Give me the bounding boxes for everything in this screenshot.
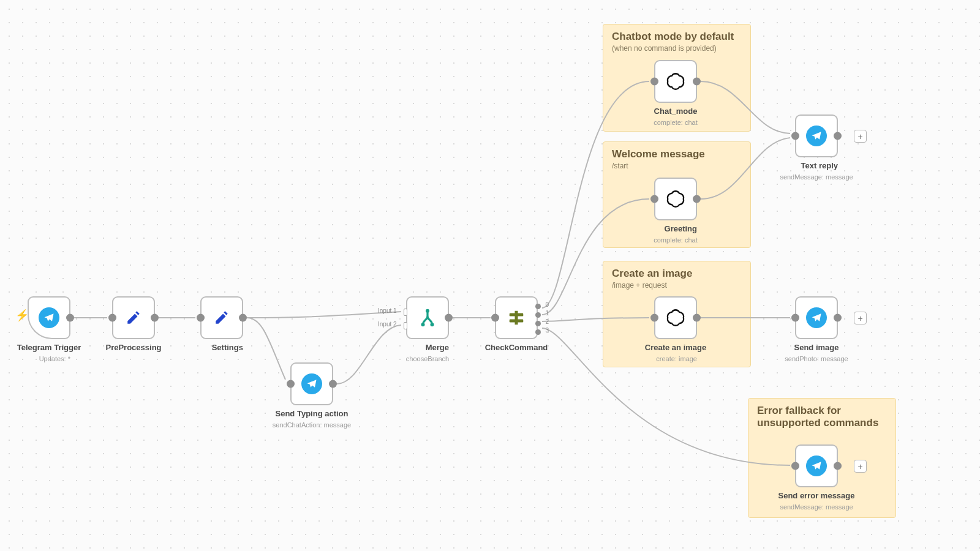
node-telegram-trigger[interactable]: Telegram Trigger Updates: * xyxy=(28,296,70,364)
sticky-title: Create an image xyxy=(612,268,742,280)
add-node-button[interactable]: + xyxy=(854,130,867,143)
telegram-icon xyxy=(39,307,59,328)
node-create-image[interactable]: Create an image create: image xyxy=(654,296,697,364)
telegram-icon xyxy=(301,373,322,394)
svg-point-2 xyxy=(431,323,434,326)
openai-icon xyxy=(665,307,686,328)
sticky-title: Chatbot mode by default xyxy=(612,31,742,43)
node-send-error[interactable]: Send error message sendMessage: message xyxy=(795,444,838,512)
node-text-reply[interactable]: Text reply sendMessage: message xyxy=(795,114,838,182)
sticky-subtitle: /image + request xyxy=(612,281,742,290)
merge-icon xyxy=(418,309,437,327)
sticky-subtitle: (when no command is provided) xyxy=(612,44,742,53)
svg-point-1 xyxy=(421,323,425,326)
node-preprocessing[interactable]: PreProcessing xyxy=(112,296,155,353)
node-merge[interactable]: Input 1 Input 2 Merge chooseBranch xyxy=(406,296,449,364)
add-node-button[interactable]: + xyxy=(854,312,867,324)
node-send-image[interactable]: Send image sendPhoto: message xyxy=(795,296,838,364)
workflow-canvas[interactable]: Chatbot mode by default (when no command… xyxy=(0,0,980,551)
svg-rect-5 xyxy=(515,311,518,325)
node-greeting[interactable]: Greeting complete: chat xyxy=(654,178,697,245)
node-send-typing[interactable]: Send Typing action sendChatAction: messa… xyxy=(290,362,333,430)
telegram-icon xyxy=(806,307,827,328)
edit-icon xyxy=(126,310,141,326)
node-chat-mode[interactable]: Chat_mode complete: chat xyxy=(654,60,697,127)
openai-icon xyxy=(665,71,686,92)
openai-icon xyxy=(665,189,686,209)
switch-icon xyxy=(507,309,526,327)
trigger-bolt-icon: ⚡ xyxy=(15,309,29,322)
node-settings[interactable]: Settings xyxy=(200,296,243,353)
sticky-title: Welcome message xyxy=(612,148,742,160)
telegram-icon xyxy=(806,126,827,146)
sticky-subtitle: /start xyxy=(612,162,742,170)
add-node-button[interactable]: + xyxy=(854,460,867,473)
telegram-icon xyxy=(806,455,827,476)
sticky-title: Error fallback for unsupported commands xyxy=(757,405,887,429)
node-checkcommand[interactable]: 0 1 2 3 CheckCommand xyxy=(495,296,538,353)
edit-icon xyxy=(214,310,230,326)
svg-point-0 xyxy=(426,309,429,313)
